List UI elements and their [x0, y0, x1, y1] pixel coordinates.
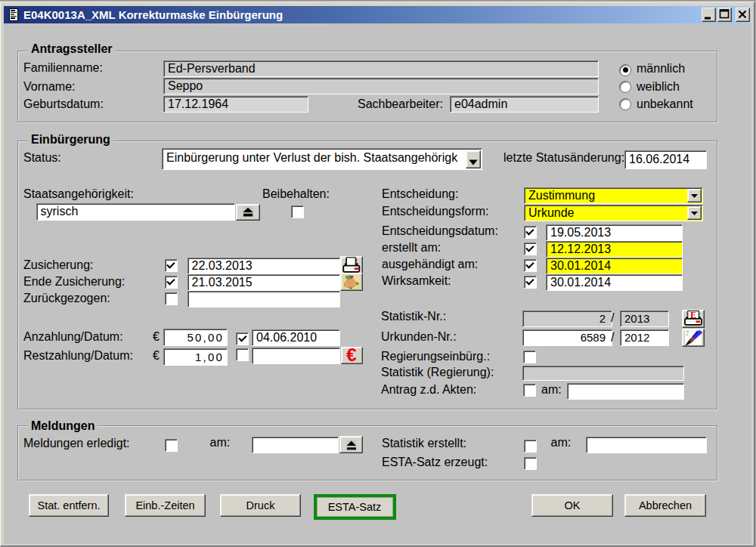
- svg-text:E: E: [690, 310, 696, 320]
